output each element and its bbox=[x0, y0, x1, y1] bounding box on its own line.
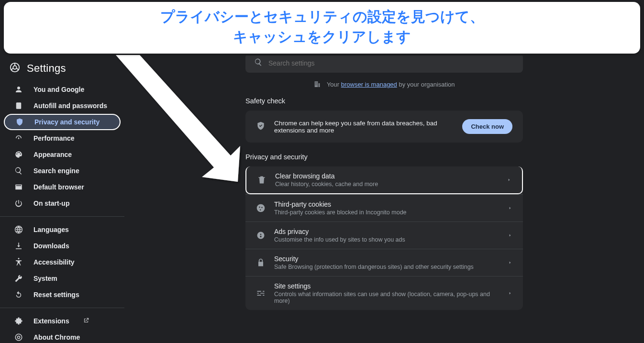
chevron-right-icon bbox=[508, 289, 512, 298]
globe-icon bbox=[14, 225, 23, 234]
chrome-icon bbox=[14, 333, 23, 342]
svg-point-2 bbox=[13, 66, 16, 69]
row-title: Security bbox=[274, 255, 499, 263]
sidebar-item-label: Downloads bbox=[33, 242, 69, 250]
privacy-section: Privacy and security Clear browsing data… bbox=[245, 153, 523, 310]
section-title-privacy: Privacy and security bbox=[245, 153, 523, 161]
sidebar-header: Settings bbox=[0, 59, 124, 81]
wrench-icon bbox=[14, 274, 23, 283]
row-clear-browsing-data[interactable]: Clear browsing data Clear history, cooki… bbox=[245, 166, 523, 194]
row-sub: Controls what information sites can use … bbox=[274, 291, 499, 304]
trash-icon bbox=[257, 175, 266, 185]
managed-notice: Your browser is managed by your organisa… bbox=[136, 77, 633, 97]
row-sub: Customise the info used by sites to show… bbox=[274, 236, 499, 243]
sidebar-item-accessibility[interactable]: Accessibility bbox=[4, 254, 121, 270]
shield-icon bbox=[15, 118, 24, 126]
safety-text: Chrome can help keep you safe from data … bbox=[274, 120, 454, 134]
person-icon bbox=[14, 85, 23, 94]
row-third-party-cookies[interactable]: Third-party cookies Third-party cookies … bbox=[245, 194, 523, 221]
divider bbox=[0, 308, 124, 308]
sidebar-item-about-chrome[interactable]: About Chrome bbox=[4, 329, 121, 343]
ads-icon bbox=[256, 231, 266, 240]
sidebar-item-label: Extensions bbox=[33, 317, 69, 325]
sidebar-item-appearance[interactable]: Appearance bbox=[4, 146, 121, 163]
speedometer-icon bbox=[14, 134, 23, 143]
sidebar-item-label: Autofill and passwords bbox=[33, 102, 107, 110]
row-sub: Clear history, cookies, cache and more bbox=[275, 181, 498, 188]
sidebar-item-label: Languages bbox=[33, 226, 69, 233]
sidebar-item-label: Default browser bbox=[33, 183, 84, 191]
row-title: Clear browsing data bbox=[275, 172, 498, 180]
sidebar-item-languages[interactable]: Languages bbox=[4, 221, 121, 238]
sidebar-item-label: Privacy and security bbox=[34, 118, 100, 126]
sidebar-item-search-engine[interactable]: Search engine bbox=[4, 163, 121, 179]
safety-check-section: Safety check Chrome can help keep you sa… bbox=[245, 97, 523, 143]
sidebar-item-label: Search engine bbox=[33, 167, 79, 175]
chevron-right-icon bbox=[508, 258, 512, 267]
extension-icon bbox=[14, 317, 23, 325]
reset-icon bbox=[14, 290, 23, 299]
search-icon bbox=[254, 58, 263, 68]
sidebar-item-label: Appearance bbox=[33, 151, 72, 158]
search-icon bbox=[14, 166, 23, 175]
privacy-card: Clear browsing data Clear history, cooki… bbox=[245, 166, 523, 310]
sidebar-item-on-startup[interactable]: On start-up bbox=[4, 195, 121, 211]
chrome-logo-icon bbox=[10, 62, 20, 75]
sidebar: Settings You and Google Autofill and pas… bbox=[0, 55, 124, 343]
svg-point-4 bbox=[17, 336, 20, 338]
sidebar-item-label: System bbox=[33, 275, 57, 282]
annotation-line1: プライバシーとセキュリティの設定を見つけて、 bbox=[33, 7, 611, 27]
building-icon bbox=[313, 80, 321, 89]
chevron-right-icon bbox=[507, 176, 511, 184]
annotation-banner: プライバシーとセキュリティの設定を見つけて、 キャッシュをクリアします bbox=[4, 2, 640, 54]
sidebar-item-system[interactable]: System bbox=[4, 270, 121, 287]
chevron-right-icon bbox=[508, 204, 512, 212]
accessibility-icon bbox=[14, 258, 23, 266]
main-content: Your browser is managed by your organisa… bbox=[124, 55, 644, 343]
external-link-icon bbox=[83, 317, 89, 325]
sidebar-item-performance[interactable]: Performance bbox=[4, 130, 121, 146]
sidebar-item-label: You and Google bbox=[33, 86, 84, 93]
sidebar-item-label: Reset settings bbox=[33, 291, 79, 299]
managed-suffix: by your organisation bbox=[397, 81, 455, 88]
sidebar-item-label: Performance bbox=[33, 134, 75, 142]
sidebar-item-extensions[interactable]: Extensions bbox=[4, 313, 121, 329]
shield-check-icon bbox=[256, 121, 266, 133]
sidebar-item-you-and-google[interactable]: You and Google bbox=[4, 81, 121, 98]
safety-check-card: Chrome can help keep you safe from data … bbox=[245, 111, 523, 143]
row-sub: Safe Browsing (protection from dangerous… bbox=[274, 264, 499, 270]
sidebar-item-label: About Chrome bbox=[33, 333, 80, 341]
sidebar-item-autofill[interactable]: Autofill and passwords bbox=[4, 98, 121, 114]
sidebar-item-downloads[interactable]: Downloads bbox=[4, 238, 121, 254]
row-ads-privacy[interactable]: Ads privacy Customise the info used by s… bbox=[245, 221, 523, 249]
cookie-icon bbox=[256, 203, 266, 213]
row-title: Ads privacy bbox=[274, 228, 499, 235]
sidebar-item-label: Accessibility bbox=[33, 258, 75, 266]
search-input[interactable] bbox=[268, 59, 514, 67]
browser-icon bbox=[14, 183, 23, 191]
annotation-line2: キャッシュをクリアします bbox=[33, 27, 611, 47]
lock-icon bbox=[256, 258, 266, 267]
row-security[interactable]: Security Safe Browsing (protection from … bbox=[245, 249, 523, 276]
palette-icon bbox=[14, 150, 23, 159]
download-icon bbox=[14, 242, 23, 250]
check-now-button[interactable]: Check now bbox=[462, 119, 512, 134]
row-title: Third-party cookies bbox=[274, 200, 499, 208]
section-title-safety: Safety check bbox=[245, 97, 523, 105]
row-sub: Third-party cookies are blocked in Incog… bbox=[274, 209, 499, 216]
clipboard-icon bbox=[14, 101, 23, 110]
row-site-settings[interactable]: Site settings Controls what information … bbox=[245, 276, 523, 310]
row-title: Site settings bbox=[274, 282, 499, 290]
page-title: Settings bbox=[27, 62, 66, 75]
sidebar-item-default-browser[interactable]: Default browser bbox=[4, 179, 121, 195]
svg-point-3 bbox=[15, 334, 22, 341]
divider bbox=[0, 216, 124, 217]
managed-prefix: Your bbox=[327, 81, 341, 88]
tune-icon bbox=[256, 288, 266, 298]
sidebar-item-privacy-security[interactable]: Privacy and security bbox=[4, 114, 121, 130]
sidebar-item-reset[interactable]: Reset settings bbox=[4, 287, 121, 303]
managed-link[interactable]: browser is managed bbox=[341, 81, 397, 88]
search-box[interactable] bbox=[245, 55, 523, 73]
chevron-right-icon bbox=[508, 231, 512, 240]
power-icon bbox=[14, 199, 23, 208]
